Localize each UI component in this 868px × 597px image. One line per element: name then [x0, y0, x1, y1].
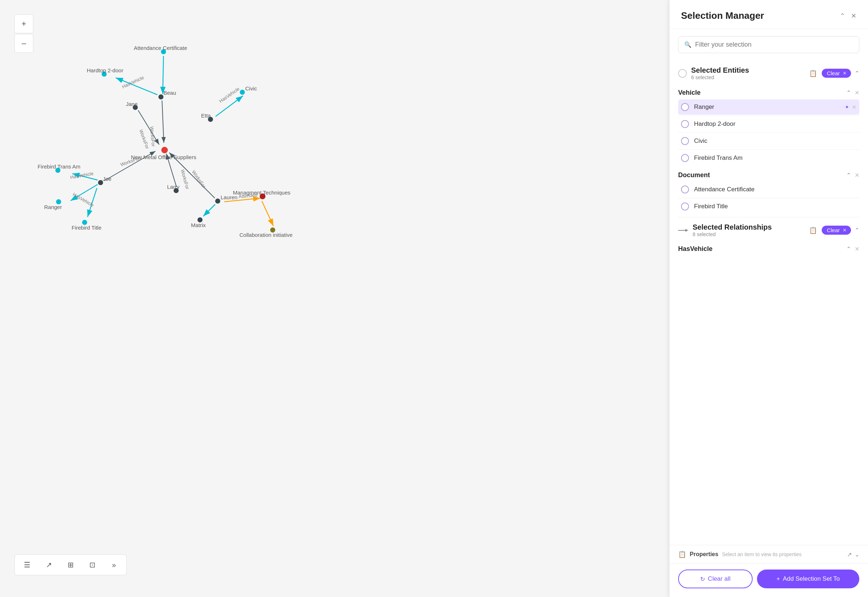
vehicle-item-actions-ranger: ✦ ✕	[845, 104, 856, 110]
hasvehicle-group-header: HasVehicle ⌃ ✕	[678, 242, 859, 255]
vehicle-name-ranger: Ranger	[694, 103, 840, 111]
properties-chevron-icon[interactable]: ⌄	[855, 551, 859, 558]
svg-text:Hardtop 2-door: Hardtop 2-door	[87, 67, 123, 73]
hasvehicle-group-close-icon[interactable]: ✕	[855, 245, 859, 252]
document-group-close-icon[interactable]: ✕	[855, 172, 859, 179]
vehicle-name-hardtop: Hardtop 2-door	[694, 120, 840, 128]
selected-entities-count: 6 selected	[691, 74, 749, 80]
svg-line-16	[262, 201, 273, 226]
vehicle-dot-civic	[681, 137, 689, 145]
properties-expand-icon[interactable]: ↗	[847, 551, 852, 558]
focus-civic-icon[interactable]: ✦	[845, 138, 849, 144]
document-item-attendance[interactable]: Attendance Certificate ✦ ✕	[678, 182, 859, 197]
remove-attendance-icon[interactable]: ✕	[852, 187, 856, 192]
remove-ranger-icon[interactable]: ✕	[852, 104, 856, 110]
svg-line-8	[203, 204, 215, 216]
svg-text:WorksFor: WorksFor	[149, 126, 156, 147]
entities-collapse-icon[interactable]: ⌃	[855, 70, 859, 77]
svg-text:HasVehicle: HasVehicle	[70, 171, 94, 180]
clear-entities-x: ✕	[843, 71, 847, 76]
panel-close-icon[interactable]: ✕	[851, 12, 856, 20]
vehicle-item-civic[interactable]: Civic ✦ ✕	[678, 134, 859, 149]
toolbar-list-icon[interactable]: ☰	[21, 558, 34, 571]
selected-entities-header: Selected Entities 6 selected 📋 Clear ✕ ⌃	[678, 60, 859, 85]
relationship-arrow-icon	[678, 228, 688, 233]
toolbar-box-icon[interactable]: ⊡	[86, 558, 99, 571]
focus-attendance-icon[interactable]: ✦	[845, 187, 849, 192]
panel-footer: ↻ Clear all + Add Selection Set To	[669, 563, 868, 597]
vehicle-group-collapse-icon[interactable]: ⌃	[846, 89, 851, 96]
search-icon: 🔍	[684, 41, 691, 48]
panel-header-actions: ⌃ ✕	[840, 12, 856, 20]
svg-point-29	[158, 94, 163, 100]
svg-text:Etta: Etta	[201, 113, 211, 119]
remove-civic-icon[interactable]: ✕	[852, 138, 856, 144]
selected-relationships-title-group: Selected Relationships 8 selected	[678, 223, 772, 237]
remove-firebird-icon[interactable]: ✕	[852, 155, 856, 161]
focus-firetitle-icon[interactable]: ✦	[845, 203, 849, 209]
vehicle-item-hardtop[interactable]: Hardtop 2-door ✦ ✕	[678, 116, 859, 132]
hasvehicle-group-collapse-icon[interactable]: ⌃	[846, 245, 851, 252]
graph-canvas[interactable]: HasVehicle HasVehicle WorksFor WorksFor …	[0, 0, 669, 597]
properties-icon: 📋	[678, 550, 686, 558]
svg-text:Attendance Certificate: Attendance Certificate	[134, 45, 187, 51]
focus-hardtop-icon[interactable]: ✦	[845, 121, 849, 127]
copy-relationships-icon[interactable]: 📋	[808, 225, 818, 235]
toolbar-more-icon[interactable]: »	[107, 558, 120, 571]
vehicle-group-close-icon[interactable]: ✕	[855, 89, 859, 96]
clear-all-button[interactable]: ↻ Clear all	[678, 570, 753, 588]
svg-text:New Metal Office Suppliers: New Metal Office Suppliers	[131, 154, 196, 160]
toolbar-select-icon[interactable]: ↗	[42, 558, 55, 571]
selected-entities-actions: 📋 Clear ✕ ⌃	[808, 68, 859, 79]
selected-relationships-header: Selected Relationships 8 selected 📋 Clea…	[678, 217, 859, 242]
document-dot-firetitle	[681, 202, 689, 211]
search-input[interactable]	[695, 41, 853, 49]
graph-svg: HasVehicle HasVehicle WorksFor WorksFor …	[0, 0, 669, 597]
svg-marker-60	[685, 229, 688, 232]
zoom-in-button[interactable]: +	[15, 15, 33, 33]
selected-relationships-title: Selected Relationships	[693, 223, 772, 232]
svg-text:WorksFor: WorksFor	[138, 129, 150, 150]
add-selection-button[interactable]: + Add Selection Set To	[757, 570, 859, 588]
properties-bar: 📋 Properties Select an item to view its …	[669, 545, 868, 563]
vehicle-group-title: Vehicle	[678, 89, 700, 97]
vehicle-item-ranger[interactable]: Ranger ✦ ✕	[678, 100, 859, 114]
svg-text:Managment Techniques: Managment Techniques	[233, 190, 290, 196]
clear-entities-button[interactable]: Clear ✕	[822, 69, 851, 78]
properties-left: 📋 Properties Select an item to view its …	[678, 550, 801, 558]
copy-entities-icon[interactable]: 📋	[808, 68, 818, 79]
relationships-collapse-icon[interactable]: ⌃	[855, 227, 859, 233]
clear-relationships-button[interactable]: Clear ✕	[822, 226, 851, 235]
selected-entities-icon	[678, 69, 687, 78]
vehicle-dot-firebird	[681, 154, 689, 162]
add-selection-icon: +	[776, 576, 780, 582]
document-dot-attendance	[681, 186, 689, 193]
vehicle-group-header: Vehicle ⌃ ✕	[678, 85, 859, 100]
svg-text:Jane: Jane	[126, 101, 138, 107]
zoom-out-button[interactable]: –	[15, 34, 33, 53]
toolbar-grid-icon[interactable]: ⊞	[64, 558, 77, 571]
svg-text:HasVehicle: HasVehicle	[72, 192, 95, 208]
remove-hardtop-icon[interactable]: ✕	[852, 121, 856, 127]
document-group-collapse-icon[interactable]: ⌃	[846, 172, 851, 179]
vehicle-dot-hardtop	[681, 120, 689, 128]
vehicle-name-firebird: Firebird Trans Am	[694, 154, 840, 162]
hasvehicle-group-actions: ⌃ ✕	[846, 245, 859, 252]
properties-hint: Select an item to view its properties	[722, 551, 801, 557]
panel-collapse-icon[interactable]: ⌃	[840, 12, 845, 20]
remove-firetitle-icon[interactable]: ✕	[852, 203, 856, 209]
selected-relationships-actions: 📋 Clear ✕ ⌃	[808, 225, 859, 235]
focus-firebird-icon[interactable]: ✦	[845, 155, 849, 161]
document-item-firetitle[interactable]: Firebird Title ✦ ✕	[678, 199, 859, 214]
document-group-title: Document	[678, 171, 710, 179]
clear-relationships-x: ✕	[843, 227, 847, 233]
svg-text:HasVehicle: HasVehicle	[121, 75, 145, 90]
svg-text:HasVehicle: HasVehicle	[218, 86, 241, 104]
focus-ranger-icon[interactable]: ✦	[845, 104, 849, 110]
properties-right: ↗ ⌄	[847, 551, 859, 558]
clear-all-icon: ↻	[700, 576, 705, 582]
vehicle-item-firebird[interactable]: Firebird Trans Am ✦ ✕	[678, 150, 859, 166]
hasvehicle-group: HasVehicle ⌃ ✕	[678, 242, 859, 255]
panel-title: Selection Manager	[681, 10, 764, 21]
svg-text:Collaboration initiative: Collaboration initiative	[239, 232, 293, 238]
